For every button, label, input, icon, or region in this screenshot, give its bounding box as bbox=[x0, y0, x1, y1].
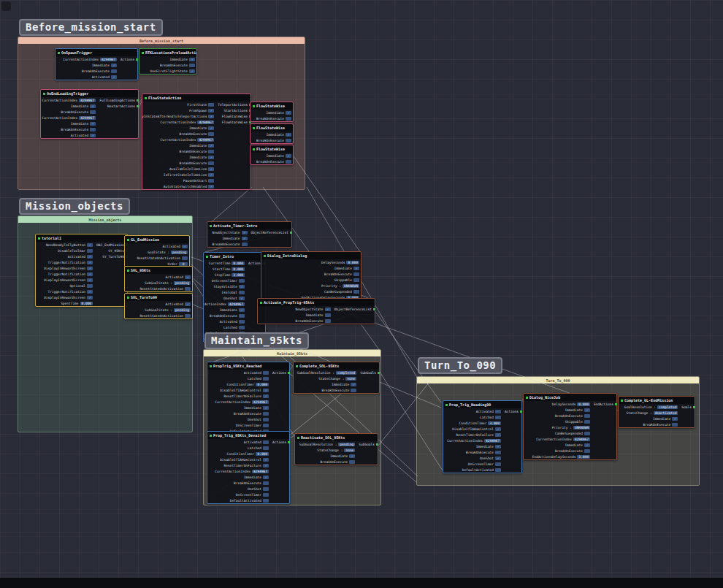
output-dot-icon[interactable] bbox=[520, 411, 522, 413]
checkbox-unchecked[interactable] bbox=[208, 161, 214, 165]
output-dot-icon[interactable] bbox=[288, 372, 290, 374]
checkbox-checked[interactable]: ✓ bbox=[495, 457, 501, 460]
output-pin-objectreferencelist[interactable]: ObjectReferenceList bbox=[249, 229, 292, 235]
output-dot-icon[interactable] bbox=[288, 441, 290, 443]
checkbox-unchecked[interactable] bbox=[263, 487, 269, 491]
node-prop-trig-heading90[interactable]: Prop_Trig_Heading90ActivatedLatchedCondi… bbox=[443, 400, 522, 473]
node-onspawntrigger[interactable]: OnSpawnTriggerCurrentActionIndex4294967I… bbox=[55, 48, 138, 80]
group-label-turn-to-090[interactable]: Turn_To_090 bbox=[418, 357, 502, 374]
group-header[interactable]: Mission_objects bbox=[18, 216, 192, 223]
checkbox-checked[interactable]: ✓ bbox=[208, 185, 214, 188]
value-field[interactable]: UNKNOWN bbox=[343, 284, 359, 288]
node-input-dot-icon[interactable] bbox=[264, 255, 266, 257]
value-field[interactable]: deactivated bbox=[654, 411, 678, 415]
value-field[interactable]: 3.000 bbox=[577, 455, 590, 459]
node-input-dot-icon[interactable] bbox=[253, 127, 255, 129]
node-activate-timer-intro[interactable]: Activate_Timer-IntroNewObjectState✓Immed… bbox=[207, 221, 292, 248]
output-pin-flowstatewise[interactable]: FlowStateWise bbox=[220, 113, 251, 119]
output-pin-actions[interactable]: Actions bbox=[270, 439, 290, 445]
checkbox-checked[interactable]: ✓ bbox=[87, 290, 93, 294]
value-field[interactable]: 3.000 bbox=[488, 421, 501, 425]
checkbox-unchecked[interactable] bbox=[87, 249, 93, 253]
node-onendloadingtrigger[interactable]: OnEndLoadingTriggerCurrentActionIndex429… bbox=[40, 89, 139, 139]
checkbox-checked[interactable]: ✓ bbox=[87, 261, 93, 264]
checkbox-unchecked[interactable] bbox=[242, 243, 248, 246]
checkbox-unchecked[interactable] bbox=[672, 423, 678, 427]
checkbox-unchecked[interactable] bbox=[286, 139, 291, 142]
value-field[interactable]: 4294967 bbox=[79, 116, 96, 120]
checkbox-unchecked[interactable] bbox=[495, 462, 501, 466]
output-pin-subgoals[interactable]: SubGoals bbox=[358, 370, 380, 375]
node-input-dot-icon[interactable] bbox=[253, 148, 255, 150]
node-input-dot-icon[interactable] bbox=[210, 225, 212, 227]
node-input-dot-icon[interactable] bbox=[253, 105, 255, 107]
node-flowstatewise[interactable]: FlowStateWiseImmediate✓BreakOnExecute bbox=[250, 145, 294, 165]
checkbox-unchecked[interactable] bbox=[349, 460, 355, 464]
checkbox-checked[interactable]: ✓ bbox=[90, 122, 96, 126]
checkbox-checked[interactable]: ✓ bbox=[242, 237, 248, 240]
checkbox-checked[interactable]: ✓ bbox=[87, 243, 93, 247]
value-field[interactable]: 4294967 bbox=[79, 99, 96, 102]
node-title-bar[interactable]: FlowStateWise bbox=[250, 124, 293, 131]
output-dot-icon[interactable] bbox=[136, 58, 138, 61]
checkbox-checked[interactable]: ✓ bbox=[189, 58, 195, 61]
checkbox-unchecked[interactable] bbox=[90, 110, 96, 114]
node-title-bar[interactable]: FlowStateWise bbox=[250, 102, 293, 110]
node-title-bar[interactable]: OnEndLoadingTrigger bbox=[41, 90, 138, 97]
node-title-bar[interactable]: GL_EndMission bbox=[125, 236, 189, 243]
value-field[interactable]: 4294967 bbox=[573, 438, 590, 441]
node-title-bar[interactable]: Activate_PropTrig-95kts bbox=[258, 299, 375, 306]
value-field[interactable]: 0.000 bbox=[80, 302, 93, 305]
node-timer-intro[interactable]: Timer_IntroCurrentTime0.000StartTime0.00… bbox=[203, 252, 266, 343]
node-input-dot-icon[interactable] bbox=[621, 400, 623, 402]
checkbox-checked[interactable]: ✓ bbox=[208, 126, 214, 130]
checkbox-checked[interactable]: ✓ bbox=[208, 144, 214, 148]
checkbox-checked[interactable]: ✓ bbox=[87, 278, 93, 282]
value-field[interactable]: pending bbox=[171, 251, 188, 254]
output-dot-icon[interactable] bbox=[137, 105, 139, 107]
checkbox-unchecked[interactable] bbox=[208, 132, 214, 136]
checkbox-checked[interactable]: ✓ bbox=[208, 115, 214, 118]
node-input-dot-icon[interactable] bbox=[142, 52, 144, 54]
checkbox-checked[interactable]: ✓ bbox=[189, 69, 195, 73]
node-activate-proptrig-95kts[interactable]: Activate_PropTrig-95ktsNewObjectState✓Im… bbox=[257, 298, 375, 324]
checkbox-checked[interactable]: ✓ bbox=[263, 394, 269, 398]
checkbox-unchecked[interactable] bbox=[208, 179, 214, 183]
node-title-bar[interactable]: Complete_SOL-95Kts bbox=[294, 362, 379, 370]
output-pin-fullloadingactions[interactable]: FullLoadingActions bbox=[97, 97, 139, 103]
checkbox-checked[interactable]: ✓ bbox=[87, 296, 93, 299]
value-field[interactable]: UNKNOWN bbox=[573, 426, 590, 429]
value-field[interactable]: 0.000 bbox=[577, 402, 590, 406]
group-header[interactable]: Maintain_95kts bbox=[204, 350, 380, 356]
node-title-bar[interactable]: SOL_95Kts bbox=[125, 267, 192, 274]
node-complete-gl-endmission[interactable]: Complete_GL-EndMissionGoalResolution :co… bbox=[618, 396, 695, 428]
output-dot-icon[interactable] bbox=[615, 403, 617, 405]
output-pin-objectreferencelist[interactable]: ObjectReferenceList bbox=[332, 306, 375, 312]
value-field[interactable]: 0 bbox=[179, 262, 188, 266]
checkbox-unchecked[interactable] bbox=[584, 432, 590, 435]
output-dot-icon[interactable] bbox=[376, 443, 378, 446]
node-title-bar[interactable]: Reactivate_SOL_95Kts bbox=[295, 434, 378, 441]
checkbox-checked[interactable]: ✓ bbox=[208, 167, 214, 171]
checkbox-unchecked[interactable] bbox=[584, 414, 590, 418]
node-dialog-introdialog[interactable]: Dialog_IntroDialogDelaySeconds0.000Immed… bbox=[261, 251, 362, 301]
checkbox-unchecked[interactable] bbox=[239, 320, 245, 324]
node-title-bar[interactable]: Timer_Intro bbox=[204, 253, 265, 260]
value-field[interactable]: 3.000 bbox=[232, 273, 245, 277]
value-field[interactable]: 4294967 bbox=[197, 138, 214, 142]
checkbox-checked[interactable]: ✓ bbox=[242, 231, 248, 234]
checkbox-unchecked[interactable] bbox=[263, 493, 269, 497]
checkbox-checked[interactable]: ✓ bbox=[208, 173, 214, 177]
output-pin-goals[interactable]: Goals bbox=[679, 404, 695, 410]
checkbox-unchecked[interactable] bbox=[87, 284, 93, 288]
checkbox-checked[interactable]: ✓ bbox=[87, 272, 93, 276]
node-proptrig-95kts-reached[interactable]: PropTrig_95Kts_ReachedActivatedLatchedCo… bbox=[207, 362, 290, 435]
group-header[interactable]: Before_mission_start bbox=[18, 37, 305, 44]
checkbox-unchecked[interactable] bbox=[239, 291, 245, 294]
checkbox-unchecked[interactable] bbox=[584, 449, 590, 453]
node-input-dot-icon[interactable] bbox=[58, 52, 60, 54]
group-header[interactable]: Turn_To_090 bbox=[417, 377, 699, 383]
output-pin-endactions[interactable]: EndActions bbox=[592, 401, 617, 407]
checkbox-checked[interactable]: ✓ bbox=[672, 417, 678, 421]
node-sol-turnto90[interactable]: SOL_TurnTo90Activated✓SubGoalState :pend… bbox=[124, 293, 193, 319]
